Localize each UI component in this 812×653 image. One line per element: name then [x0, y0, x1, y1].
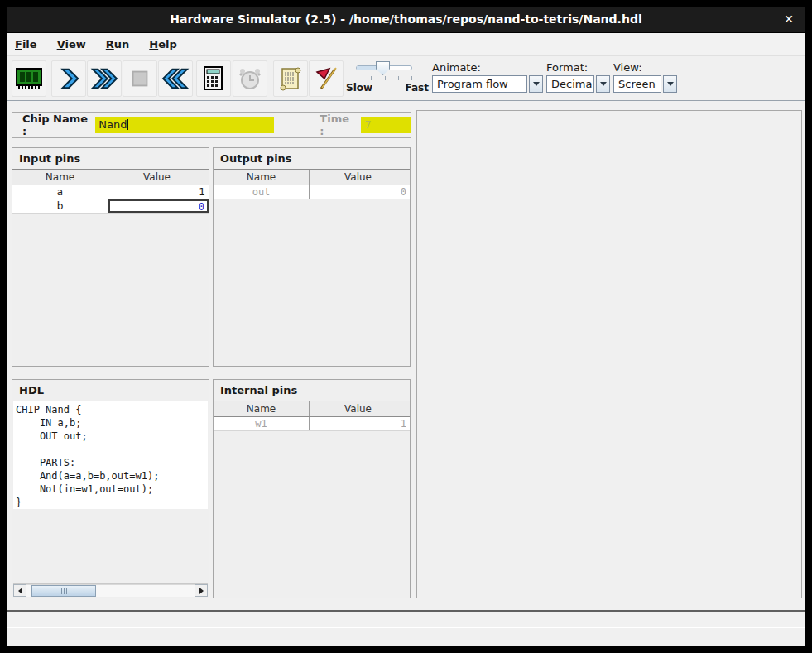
window-title: Hardware Simulator (2.5) - /home/thomas/…	[7, 12, 805, 26]
single-step-icon	[56, 66, 81, 91]
slider-fast-label: Fast	[406, 82, 429, 94]
slider-slow-label: Slow	[346, 82, 372, 94]
view-dropdown-arrow-icon[interactable]	[663, 75, 677, 93]
scroll-right-arrow-icon[interactable]	[195, 584, 208, 597]
internal-pins-table: Name Value w1 1	[214, 401, 410, 431]
table-row[interactable]: a 1	[12, 185, 209, 199]
code-line: IN a,b;	[16, 416, 208, 430]
input-pins-table: Name Value a 1 b 0	[12, 169, 209, 214]
table-row: out 0	[214, 185, 410, 199]
title-bar: Hardware Simulator (2.5) - /home/thomas/…	[7, 7, 805, 33]
table-header-row: Name Value	[214, 401, 410, 417]
format-label: Format:	[546, 61, 610, 74]
code-line: And(a=a,b=b,out=w1);	[16, 469, 208, 483]
table-header-row: Name Value	[214, 170, 410, 185]
single-step-button[interactable]	[51, 60, 86, 97]
menu-view[interactable]: View	[57, 38, 86, 50]
table-header-row: Name Value	[12, 170, 209, 185]
main-content: Chip Name : Nand Time : 7 Input pins Nam…	[7, 101, 805, 646]
toolbar: Slow Fast Animate: Program flow Format: …	[7, 56, 805, 101]
pin-name: w1	[214, 417, 310, 430]
output-pins-title: Output pins	[214, 148, 410, 169]
load-chip-button[interactable]	[12, 60, 46, 97]
app-window: Hardware Simulator (2.5) - /home/thomas/…	[7, 7, 805, 646]
menu-bar: File View Run Help	[7, 33, 805, 56]
pin-name: out	[214, 185, 310, 199]
animate-dropdown-arrow-icon[interactable]	[529, 75, 543, 93]
code-line	[16, 443, 208, 456]
view-hdl-button[interactable]	[273, 60, 308, 97]
chip-name-label: Chip Name :	[22, 113, 90, 137]
view-group: View: Screen	[613, 61, 677, 93]
time-field: 7	[361, 117, 411, 133]
breakpoints-button[interactable]	[309, 60, 344, 97]
fast-forward-icon	[90, 66, 118, 91]
status-message-bar	[7, 610, 805, 627]
chip-name-input[interactable]: Nand	[95, 117, 274, 133]
scrollbar-thumb[interactable]	[31, 585, 96, 597]
code-line: OUT out;	[16, 430, 208, 443]
chip-header-bar: Chip Name : Nand Time : 7	[12, 112, 411, 138]
code-line: }	[16, 496, 208, 509]
hdl-title: HDL	[12, 380, 209, 401]
view-label: View:	[613, 61, 677, 74]
stop-button[interactable]	[123, 60, 157, 97]
clock-button[interactable]	[233, 60, 267, 97]
internal-pins-title: Internal pins	[214, 380, 410, 401]
pin-value[interactable]: 1	[108, 185, 209, 199]
pin-value-editor[interactable]: 0	[108, 199, 209, 213]
code-line: CHIP Nand {	[16, 403, 208, 416]
speed-slider[interactable]: Slow Fast	[344, 59, 429, 98]
menu-help[interactable]: Help	[149, 38, 176, 50]
view-select[interactable]: Screen	[613, 75, 661, 93]
chip-display-area	[416, 110, 802, 598]
pin-name: a	[12, 185, 108, 199]
code-line: PARTS:	[16, 456, 208, 469]
table-row: w1 1	[214, 417, 410, 431]
scroll-left-arrow-icon[interactable]	[13, 584, 26, 597]
reset-button[interactable]	[158, 60, 193, 97]
rewind-icon	[161, 66, 190, 91]
output-pins-panel: Output pins Name Value out 0	[213, 147, 411, 367]
hdl-code-view[interactable]: CHIP Nand { IN a,b; OUT out; PARTS: And(…	[13, 401, 208, 509]
chip-icon	[15, 65, 43, 92]
hdl-horizontal-scrollbar[interactable]	[13, 583, 208, 597]
code-line: Not(in=w1,out=out);	[16, 483, 208, 496]
evaluate-button[interactable]	[196, 60, 231, 97]
output-pins-table: Name Value out 0	[214, 169, 410, 199]
calculator-icon	[202, 65, 225, 92]
table-row[interactable]: b 0	[12, 199, 209, 214]
hdl-panel: HDL CHIP Nand { IN a,b; OUT out; PARTS: …	[12, 379, 209, 598]
animate-group: Animate: Program flow	[432, 61, 543, 93]
animate-select[interactable]: Program flow	[432, 75, 527, 93]
scrollbar-track[interactable]	[26, 584, 195, 597]
input-pins-panel: Input pins Name Value a 1 b 0	[12, 147, 209, 367]
pin-value: 1	[310, 417, 410, 430]
text-caret	[127, 119, 128, 130]
menu-file[interactable]: File	[15, 38, 37, 50]
run-button[interactable]	[87, 60, 122, 97]
animate-label: Animate:	[432, 61, 543, 74]
time-label: Time :	[320, 113, 354, 137]
stop-icon	[127, 66, 152, 91]
pin-name: b	[12, 199, 108, 213]
pin-value: 0	[310, 185, 410, 199]
format-dropdown-arrow-icon[interactable]	[596, 75, 610, 93]
slider-ticks	[358, 76, 412, 80]
format-group: Format: Decimal	[546, 61, 610, 93]
menu-run[interactable]: Run	[106, 38, 130, 50]
clock-icon	[237, 65, 263, 92]
flag-icon	[313, 65, 339, 92]
internal-pins-panel: Internal pins Name Value w1 1	[213, 379, 411, 598]
format-select[interactable]: Decimal	[546, 75, 594, 93]
script-icon	[278, 65, 303, 92]
slider-thumb[interactable]	[376, 61, 390, 75]
input-pins-title: Input pins	[12, 148, 209, 169]
close-icon[interactable]: ✕	[784, 12, 794, 26]
